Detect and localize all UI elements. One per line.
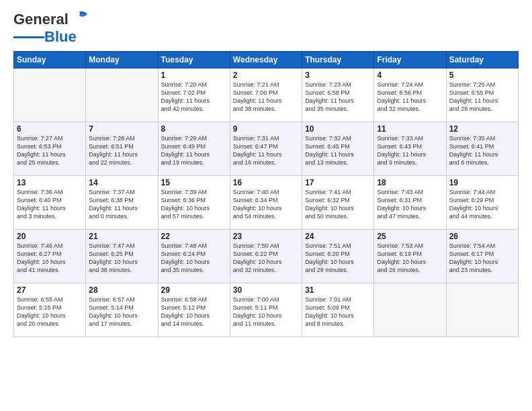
day-number: 15 [161, 178, 227, 187]
day-number: 3 [305, 71, 371, 80]
calendar-week-row: 20Sunrise: 7:46 AM Sunset: 6:27 PM Dayli… [14, 230, 519, 283]
day-info: Sunrise: 7:25 AM Sunset: 6:55 PM Dayligh… [449, 81, 515, 113]
calendar-cell: 7Sunrise: 7:28 AM Sunset: 6:51 PM Daylig… [86, 122, 158, 176]
day-number: 31 [305, 285, 371, 295]
day-number: 11 [377, 124, 443, 134]
calendar-cell: 11Sunrise: 7:33 AM Sunset: 6:43 PM Dayli… [374, 122, 446, 176]
calendar-cell: 26Sunrise: 7:54 AM Sunset: 6:17 PM Dayli… [446, 230, 518, 283]
day-info: Sunrise: 7:50 AM Sunset: 6:22 PM Dayligh… [233, 242, 299, 275]
day-info: Sunrise: 7:32 AM Sunset: 6:45 PM Dayligh… [305, 134, 371, 167]
day-number: 17 [305, 178, 371, 187]
day-info: Sunrise: 7:44 AM Sunset: 6:29 PM Dayligh… [449, 188, 515, 221]
day-number: 14 [89, 178, 154, 187]
calendar-cell: 28Sunrise: 6:57 AM Sunset: 5:14 PM Dayli… [86, 283, 158, 337]
day-number: 4 [377, 71, 443, 80]
day-info: Sunrise: 7:20 AM Sunset: 7:02 PM Dayligh… [161, 81, 227, 113]
calendar-cell: 29Sunrise: 6:58 AM Sunset: 5:12 PM Dayli… [158, 283, 230, 337]
calendar-week-row: 27Sunrise: 6:55 AM Sunset: 5:15 PM Dayli… [14, 283, 519, 337]
day-number: 21 [89, 232, 154, 241]
weekday-header-friday: Friday [374, 52, 446, 68]
calendar-cell: 9Sunrise: 7:31 AM Sunset: 6:47 PM Daylig… [230, 122, 302, 176]
calendar-cell [86, 68, 158, 122]
day-info: Sunrise: 7:39 AM Sunset: 6:36 PM Dayligh… [161, 188, 227, 221]
calendar-cell: 16Sunrise: 7:40 AM Sunset: 6:34 PM Dayli… [230, 176, 302, 230]
day-info: Sunrise: 7:51 AM Sunset: 6:20 PM Dayligh… [305, 242, 371, 275]
calendar-cell: 22Sunrise: 7:48 AM Sunset: 6:24 PM Dayli… [158, 230, 230, 283]
day-info: Sunrise: 6:57 AM Sunset: 5:14 PM Dayligh… [89, 295, 154, 328]
calendar-cell: 12Sunrise: 7:35 AM Sunset: 6:41 PM Dayli… [446, 122, 518, 176]
day-number: 1 [161, 71, 227, 80]
day-info: Sunrise: 7:28 AM Sunset: 6:51 PM Dayligh… [89, 134, 154, 167]
calendar-cell: 2Sunrise: 7:21 AM Sunset: 7:00 PM Daylig… [230, 68, 302, 122]
day-info: Sunrise: 7:46 AM Sunset: 6:27 PM Dayligh… [17, 242, 83, 275]
calendar-cell: 25Sunrise: 7:53 AM Sunset: 6:19 PM Dayli… [374, 230, 446, 283]
day-info: Sunrise: 7:36 AM Sunset: 6:40 PM Dayligh… [17, 188, 83, 221]
calendar-cell: 1Sunrise: 7:20 AM Sunset: 7:02 PM Daylig… [158, 68, 230, 122]
calendar-cell: 4Sunrise: 7:24 AM Sunset: 6:56 PM Daylig… [374, 68, 446, 122]
weekday-header-wednesday: Wednesday [230, 52, 302, 68]
calendar-cell [446, 283, 518, 337]
day-number: 26 [449, 232, 515, 241]
calendar-cell: 24Sunrise: 7:51 AM Sunset: 6:20 PM Dayli… [302, 230, 374, 283]
day-number: 30 [233, 285, 299, 295]
day-info: Sunrise: 7:21 AM Sunset: 7:00 PM Dayligh… [233, 81, 299, 113]
day-info: Sunrise: 7:00 AM Sunset: 5:11 PM Dayligh… [233, 295, 299, 328]
day-number: 19 [449, 178, 515, 187]
day-number: 5 [449, 71, 515, 80]
calendar-cell [374, 283, 446, 337]
day-number: 7 [89, 124, 154, 134]
calendar-cell: 31Sunrise: 7:01 AM Sunset: 5:09 PM Dayli… [302, 283, 374, 337]
calendar-cell: 13Sunrise: 7:36 AM Sunset: 6:40 PM Dayli… [14, 176, 86, 230]
day-number: 28 [89, 285, 154, 295]
logo-bird-icon [70, 11, 89, 26]
calendar-week-row: 6Sunrise: 7:27 AM Sunset: 6:53 PM Daylig… [14, 122, 519, 176]
day-info: Sunrise: 7:54 AM Sunset: 6:17 PM Dayligh… [449, 242, 515, 275]
day-number: 12 [449, 124, 515, 134]
day-number: 6 [17, 124, 83, 134]
day-info: Sunrise: 7:41 AM Sunset: 6:32 PM Dayligh… [305, 188, 371, 221]
day-info: Sunrise: 7:37 AM Sunset: 6:38 PM Dayligh… [89, 188, 154, 221]
day-info: Sunrise: 7:23 AM Sunset: 6:58 PM Dayligh… [305, 81, 371, 113]
weekday-header-thursday: Thursday [302, 52, 374, 68]
calendar-cell: 6Sunrise: 7:27 AM Sunset: 6:53 PM Daylig… [14, 122, 86, 176]
calendar-cell: 15Sunrise: 7:39 AM Sunset: 6:36 PM Dayli… [158, 176, 230, 230]
weekday-header-saturday: Saturday [446, 52, 518, 68]
page-header: General Blue [13, 11, 519, 46]
calendar-cell: 3Sunrise: 7:23 AM Sunset: 6:58 PM Daylig… [302, 68, 374, 122]
day-info: Sunrise: 7:33 AM Sunset: 6:43 PM Dayligh… [377, 134, 443, 167]
calendar-week-row: 13Sunrise: 7:36 AM Sunset: 6:40 PM Dayli… [14, 176, 519, 230]
day-number: 27 [17, 285, 83, 295]
weekday-header-sunday: Sunday [14, 52, 86, 68]
day-info: Sunrise: 7:35 AM Sunset: 6:41 PM Dayligh… [449, 134, 515, 167]
calendar-cell: 21Sunrise: 7:47 AM Sunset: 6:25 PM Dayli… [86, 230, 158, 283]
day-number: 22 [161, 232, 227, 241]
day-number: 24 [305, 232, 371, 241]
weekday-header-row: SundayMondayTuesdayWednesdayThursdayFrid… [14, 52, 519, 68]
day-number: 25 [377, 232, 443, 241]
day-number: 29 [161, 285, 227, 295]
day-info: Sunrise: 7:43 AM Sunset: 6:31 PM Dayligh… [377, 188, 443, 221]
day-info: Sunrise: 7:27 AM Sunset: 6:53 PM Dayligh… [17, 134, 83, 167]
day-number: 2 [233, 71, 299, 80]
day-number: 20 [17, 232, 83, 241]
calendar-cell: 14Sunrise: 7:37 AM Sunset: 6:38 PM Dayli… [86, 176, 158, 230]
calendar-cell: 5Sunrise: 7:25 AM Sunset: 6:55 PM Daylig… [446, 68, 518, 122]
day-info: Sunrise: 7:53 AM Sunset: 6:19 PM Dayligh… [377, 242, 443, 275]
calendar-cell: 27Sunrise: 6:55 AM Sunset: 5:15 PM Dayli… [14, 283, 86, 337]
calendar-cell [14, 68, 86, 122]
calendar-table: SundayMondayTuesdayWednesdayThursdayFrid… [13, 51, 519, 337]
day-info: Sunrise: 7:47 AM Sunset: 6:25 PM Dayligh… [89, 242, 154, 275]
logo: General Blue [13, 11, 89, 46]
day-info: Sunrise: 7:31 AM Sunset: 6:47 PM Dayligh… [233, 134, 299, 167]
logo-general-text: General [13, 11, 69, 28]
day-number: 10 [305, 124, 371, 134]
calendar-cell: 30Sunrise: 7:00 AM Sunset: 5:11 PM Dayli… [230, 283, 302, 337]
day-info: Sunrise: 7:01 AM Sunset: 5:09 PM Dayligh… [305, 295, 371, 328]
calendar-cell: 10Sunrise: 7:32 AM Sunset: 6:45 PM Dayli… [302, 122, 374, 176]
day-number: 13 [17, 178, 83, 187]
calendar-cell: 23Sunrise: 7:50 AM Sunset: 6:22 PM Dayli… [230, 230, 302, 283]
calendar-cell: 17Sunrise: 7:41 AM Sunset: 6:32 PM Dayli… [302, 176, 374, 230]
weekday-header-monday: Monday [86, 52, 158, 68]
day-number: 18 [377, 178, 443, 187]
calendar-cell: 19Sunrise: 7:44 AM Sunset: 6:29 PM Dayli… [446, 176, 518, 230]
